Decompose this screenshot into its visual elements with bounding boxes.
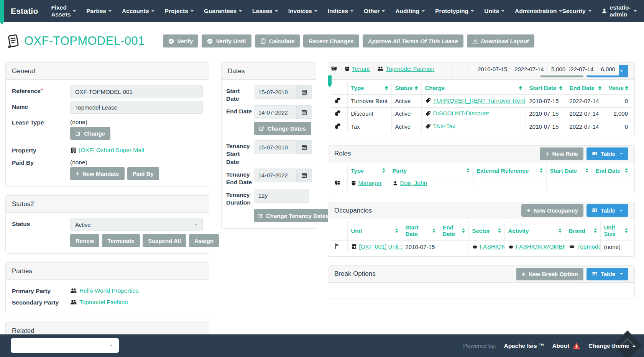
calendar-button[interactable] xyxy=(297,140,312,154)
roles-col-end-date[interactable]: End Date xyxy=(592,164,631,177)
nav-item-units[interactable]: Units xyxy=(484,8,504,15)
change-dates-button[interactable]: Change Dates xyxy=(254,122,311,135)
apache-isis-link[interactable]: Apache Isis ™ xyxy=(504,342,544,349)
lease-type-label: Lease Type xyxy=(12,116,70,126)
nav-item-accounts[interactable]: Accounts xyxy=(122,8,154,15)
download-layout-button[interactable]: Download Layout xyxy=(467,34,534,47)
paid-by-button[interactable]: Paid By xyxy=(127,167,159,180)
items-col-end-date[interactable]: End Date xyxy=(566,82,605,94)
nav-item-auditing[interactable]: Auditing xyxy=(395,8,425,15)
status-select[interactable]: Active xyxy=(70,218,203,231)
charge-link[interactable]: TURNOVER_RENT-Turnover Rent xyxy=(433,97,526,104)
role-type-link[interactable]: Manager xyxy=(358,180,382,187)
nav-item-projects[interactable]: Projects xyxy=(165,8,194,15)
new-role-button[interactable]: +New Role xyxy=(540,147,583,160)
break-options-panel: Break Options +New Break Option Table xyxy=(328,265,635,298)
role-party-link[interactable]: Doe, John xyxy=(400,180,427,187)
occ-col-sector[interactable]: Sector xyxy=(468,221,504,241)
new-break-option-button[interactable]: +New Break Option xyxy=(516,268,583,280)
nav-item-indices[interactable]: Indices xyxy=(328,8,353,15)
nav-item-prototyping[interactable]: Prototyping xyxy=(435,8,474,15)
user-menu[interactable]: estatio-admin xyxy=(601,4,637,18)
tenancy-end-date-label: Tenancy End Date xyxy=(226,169,254,186)
suspend-all-button[interactable]: Suspend All xyxy=(143,234,186,247)
end-date-input[interactable] xyxy=(254,105,297,119)
roles-col-party[interactable]: Party xyxy=(389,164,473,177)
start-date-input[interactable] xyxy=(254,85,297,99)
calculate-button[interactable]: Calculate xyxy=(255,34,300,47)
occupancies-table-view-button[interactable]: Table xyxy=(586,204,628,217)
reference-input[interactable] xyxy=(70,85,203,98)
cart-arrow-down-icon xyxy=(472,244,478,249)
charge-link[interactable]: DISCOUNT-Discount xyxy=(433,110,489,117)
tenancy-end-date-input[interactable] xyxy=(254,169,297,182)
calendar-button[interactable] xyxy=(297,105,312,119)
chevron-down-icon xyxy=(471,10,474,12)
items-col-charge[interactable]: Charge xyxy=(421,82,526,94)
assign-button[interactable]: Assign xyxy=(189,234,219,247)
charge-link[interactable]: TAX-Tax xyxy=(433,123,455,130)
role-party-link[interactable]: Topmodel Fashion xyxy=(386,66,435,72)
occ-col-unit-size[interactable]: Unit Size xyxy=(600,221,631,241)
chevron-down-icon xyxy=(73,10,76,12)
sector-link[interactable]: FASHION xyxy=(480,243,505,250)
masks-icon xyxy=(331,66,337,72)
lease-type-value: (none) xyxy=(70,116,203,126)
chevron-down-icon xyxy=(620,70,623,72)
tag-icon xyxy=(425,111,431,116)
tenancy-start-date-input[interactable] xyxy=(254,140,297,154)
chevron-down-icon xyxy=(382,10,385,12)
brand-estatio[interactable]: Estatio xyxy=(11,7,38,16)
verify-button[interactable]: Verify xyxy=(163,34,198,47)
chevron-down-icon xyxy=(151,10,154,12)
new-mandate-button[interactable]: +New Mandate xyxy=(70,167,125,180)
activity-link[interactable]: FASHION:WOMEN xyxy=(516,243,565,250)
roles-table-view-button[interactable]: Table xyxy=(586,147,628,160)
occ-col-unit[interactable]: Unit xyxy=(347,221,402,241)
nav-item-fixed-assets[interactable]: Fixed Assets xyxy=(51,4,76,18)
nav-item-security[interactable]: Security xyxy=(562,8,591,15)
break-options-table-view-button[interactable]: Table xyxy=(586,268,628,280)
nav-item-guarantees[interactable]: Guarantees xyxy=(204,8,242,15)
footer-search-select[interactable] xyxy=(11,338,119,353)
items-col-type[interactable]: Type xyxy=(347,82,391,94)
change-lease-type-button[interactable]: Change xyxy=(70,127,110,140)
calendar-button[interactable] xyxy=(297,169,312,182)
new-occupancy-button[interactable]: +New Occupancy xyxy=(521,204,583,217)
renew-button[interactable]: Renew xyxy=(70,234,99,247)
occ-col-activity[interactable]: Activity xyxy=(504,221,565,241)
warning-icon xyxy=(572,342,581,350)
verify-until-button[interactable]: Verify Until xyxy=(202,34,251,47)
change-tenancy-dates-button[interactable]: Change Tenancy Dates xyxy=(254,209,333,222)
secondary-party-link[interactable]: Topmodel Fashion xyxy=(70,299,128,306)
brand-link[interactable]: Topmodel xyxy=(577,243,601,250)
nav-item-leases[interactable]: Leases xyxy=(252,8,278,15)
approve-all-terms-button[interactable]: Approve All Terms Of This Lease xyxy=(363,34,463,47)
roles-table: Type Party External Reference Start Date… xyxy=(331,164,631,190)
items-col-value[interactable]: Value xyxy=(605,82,631,94)
terminate-button[interactable]: Terminate xyxy=(102,234,140,247)
chevron-down-icon xyxy=(191,10,194,12)
about-link[interactable]: About xyxy=(552,342,581,350)
occ-col-brand[interactable]: Brand xyxy=(565,221,600,241)
roles-col-external-reference[interactable]: External Reference xyxy=(473,164,546,177)
nav-item-parties[interactable]: Parties xyxy=(86,8,112,15)
nav-item-administration[interactable]: Administration xyxy=(515,8,562,15)
primary-party-link[interactable]: Hello World Properties xyxy=(70,287,139,294)
nav-item-invoices[interactable]: Invoices xyxy=(288,8,317,15)
items-col-start-date[interactable]: Start Date xyxy=(526,82,566,94)
recent-changes-button[interactable]: Recent Changes xyxy=(303,34,359,47)
roles-col-type[interactable]: Type xyxy=(347,164,389,177)
property-link[interactable]: [OXF] Oxford Super Mall xyxy=(70,147,144,154)
name-input[interactable] xyxy=(70,101,203,114)
change-theme-link[interactable]: Change theme xyxy=(588,342,636,349)
role-type-link[interactable]: Tenant xyxy=(352,66,370,72)
items-col-status[interactable]: Status xyxy=(391,82,421,94)
roles-col-start-date[interactable]: Start Date xyxy=(546,164,592,177)
calendar-button[interactable] xyxy=(297,85,312,99)
occ-col-end-date[interactable]: End Date xyxy=(439,221,468,241)
occ-col-start-date[interactable]: Start Date xyxy=(402,221,439,241)
nav-item-other[interactable]: Other xyxy=(364,8,385,15)
tenancy-duration-input[interactable] xyxy=(254,189,309,203)
unit-link[interactable]: [OXF-001] Unit 1 xyxy=(359,243,402,250)
